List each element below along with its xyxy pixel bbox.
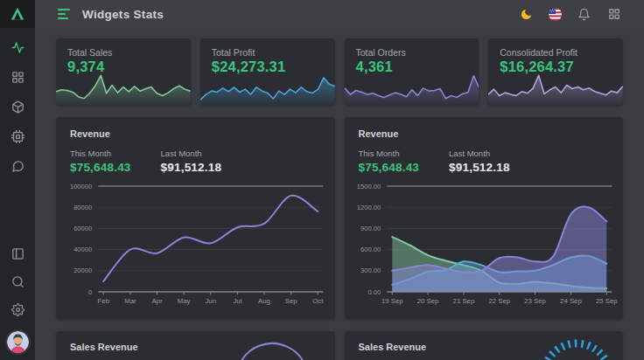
svg-text:1200.00: 1200.00 bbox=[356, 204, 380, 211]
page-title: Widgets Stats bbox=[82, 8, 164, 21]
stat-label: Total Sales bbox=[56, 38, 191, 58]
svg-text:May: May bbox=[178, 297, 191, 305]
svg-text:Aug: Aug bbox=[258, 297, 270, 305]
total-profit-sparkline-chart bbox=[200, 73, 335, 105]
svg-text:Jul: Jul bbox=[233, 297, 242, 305]
last-month-value: $91,512.18 bbox=[449, 161, 510, 174]
last-month-block: Last Month $91,512.18 bbox=[449, 149, 510, 174]
revenue-summary: This Month $75,648.43 Last Month $91,512… bbox=[56, 149, 335, 174]
cpu-chip-icon[interactable] bbox=[11, 130, 24, 143]
apps-grid-icon[interactable] bbox=[606, 7, 621, 22]
svg-text:300.00: 300.00 bbox=[360, 267, 381, 274]
last-month-value: $91,512.18 bbox=[161, 161, 222, 174]
svg-text:19 Sep: 19 Sep bbox=[381, 297, 402, 305]
svg-text:Sep: Sep bbox=[285, 297, 298, 305]
sidebar-nav bbox=[11, 28, 24, 173]
svg-text:Jun: Jun bbox=[205, 297, 216, 305]
stat-label: Consolidated Profit bbox=[488, 38, 623, 58]
this-month-block: This Month $75,648.43 bbox=[359, 149, 420, 174]
chat-bubble-icon[interactable] bbox=[11, 160, 24, 173]
svg-text:25 Sep: 25 Sep bbox=[595, 297, 617, 305]
language-flag-us-icon[interactable] bbox=[549, 8, 562, 21]
total-orders-sparkline-chart bbox=[345, 73, 480, 105]
last-month-label: Last Month bbox=[161, 149, 222, 158]
svg-text:0.00: 0.00 bbox=[368, 288, 381, 296]
revenue-charts-row: Revenue This Month $75,648.43 Last Month… bbox=[56, 117, 623, 319]
svg-text:80000: 80000 bbox=[74, 204, 92, 211]
stat-card-consolidated-profit[interactable]: Consolidated Profit $16,264.37 bbox=[488, 38, 623, 105]
header-actions bbox=[519, 7, 621, 22]
svg-text:23 Sep: 23 Sep bbox=[524, 297, 546, 305]
sales-revenue-card-right: Sales Revenue $9,641.26 bbox=[345, 331, 624, 360]
this-month-label: This Month bbox=[359, 149, 420, 158]
app-logo[interactable] bbox=[0, 0, 35, 28]
svg-text:Apr: Apr bbox=[151, 297, 163, 305]
revenue-daily-card: Revenue This Month $75,648.43 Last Month… bbox=[345, 117, 624, 319]
svg-text:21 Sep: 21 Sep bbox=[452, 297, 474, 305]
notifications-bell-icon[interactable] bbox=[577, 7, 592, 22]
stat-cards-row: Total Sales 9,374 Total Profit $24,273.3… bbox=[56, 38, 623, 105]
revenue-daily-area-chart: 0.00300.00600.00900.001200.001500.0019 S… bbox=[345, 177, 624, 310]
svg-text:22 Sep: 22 Sep bbox=[488, 297, 510, 305]
this-month-value: $75,648.43 bbox=[70, 161, 131, 174]
svg-text:20 Sep: 20 Sep bbox=[416, 297, 438, 305]
svg-text:24 Sep: 24 Sep bbox=[560, 297, 582, 305]
this-month-value: $75,648.43 bbox=[359, 161, 420, 174]
sales-revenue-row: Sales Revenue $9,641.26 Sales Revenue $9… bbox=[56, 331, 623, 360]
settings-gear-icon[interactable] bbox=[11, 303, 24, 316]
consolidated-profit-sparkline-chart bbox=[488, 73, 623, 105]
donut-gauge-icon bbox=[224, 331, 320, 360]
stat-card-total-sales[interactable]: Total Sales 9,374 bbox=[56, 38, 191, 105]
box-icon[interactable] bbox=[11, 100, 24, 114]
svg-text:20000: 20000 bbox=[74, 267, 92, 274]
svg-text:60000: 60000 bbox=[74, 225, 92, 232]
svg-text:0: 0 bbox=[88, 288, 92, 296]
svg-text:900.00: 900.00 bbox=[360, 225, 381, 232]
svg-text:600.00: 600.00 bbox=[360, 246, 381, 253]
svg-text:Mar: Mar bbox=[124, 297, 136, 305]
card-title: Revenue bbox=[345, 128, 624, 139]
dashboard-grid-icon[interactable] bbox=[11, 71, 24, 84]
sales-revenue-card-left: Sales Revenue $9,641.26 bbox=[56, 331, 335, 360]
sidebar-footer bbox=[7, 247, 29, 360]
last-month-block: Last Month $91,512.18 bbox=[161, 149, 222, 174]
card-title: Revenue bbox=[56, 128, 335, 139]
total-sales-sparkline-chart bbox=[56, 73, 191, 105]
revenue-summary: This Month $75,648.43 Last Month $91,512… bbox=[345, 149, 624, 174]
svg-text:100000: 100000 bbox=[70, 183, 92, 190]
last-month-label: Last Month bbox=[449, 149, 510, 158]
theme-moon-icon[interactable] bbox=[519, 7, 534, 22]
triangle-logo-icon bbox=[7, 3, 28, 24]
user-avatar-image bbox=[7, 331, 29, 353]
stat-label: Total Profit bbox=[200, 38, 335, 58]
svg-text:1500.00: 1500.00 bbox=[356, 183, 380, 190]
svg-text:Oct: Oct bbox=[312, 297, 324, 305]
search-icon[interactable] bbox=[11, 275, 24, 288]
app-root: Widgets Stats bbox=[0, 0, 644, 360]
sidebar bbox=[0, 0, 35, 360]
top-header: Widgets Stats bbox=[35, 0, 644, 28]
this-month-label: This Month bbox=[70, 149, 131, 158]
stat-card-total-profit[interactable]: Total Profit $24,273.31 bbox=[200, 38, 335, 105]
hamburger-menu-icon[interactable] bbox=[58, 9, 70, 19]
svg-text:40000: 40000 bbox=[74, 246, 92, 253]
activity-icon[interactable] bbox=[11, 41, 24, 54]
tick-gauge-icon bbox=[528, 331, 623, 360]
main-area: Widgets Stats bbox=[35, 0, 644, 360]
stat-label: Total Orders bbox=[345, 38, 480, 58]
content-area: Total Sales 9,374 Total Profit $24,273.3… bbox=[35, 28, 644, 360]
this-month-block: This Month $75,648.43 bbox=[70, 149, 131, 174]
layout-icon[interactable] bbox=[11, 247, 24, 260]
stat-card-total-orders[interactable]: Total Orders 4,361 bbox=[345, 38, 480, 105]
user-avatar[interactable] bbox=[7, 331, 29, 353]
revenue-monthly-card: Revenue This Month $75,648.43 Last Month… bbox=[56, 117, 335, 319]
revenue-monthly-line-chart: 020000400006000080000100000FebMarAprMayJ… bbox=[56, 177, 335, 310]
svg-text:Feb: Feb bbox=[98, 297, 110, 305]
